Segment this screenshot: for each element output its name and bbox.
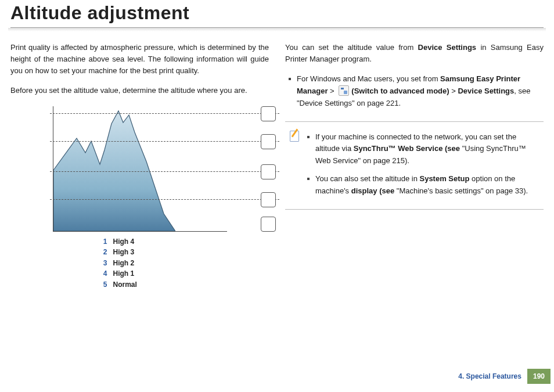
legend-label: High 4 [113,236,135,247]
altitude-diagram: 1 High 4 2 High 3 3 High 2 4 High 1 5 [53,106,227,290]
legend-number: 5 [99,279,107,290]
mountain-icon [53,106,175,231]
text-bold: Device Settings [458,87,514,95]
footer-chapter: 4. Special Features [452,369,527,384]
note-item: You can also set the altitude in System … [307,173,540,197]
app-mode-icon [339,85,349,96]
left-column: Print quality is affected by atmospheric… [10,42,269,296]
title-divider-shadow [8,28,546,31]
level-line-3 [50,171,279,172]
text: You can also set the altitude in [315,174,419,183]
level-box-4 [261,192,276,207]
level-box-3 [261,164,276,179]
footer-page-number: 190 [527,369,551,384]
legend-label: High 3 [113,247,135,258]
intro-paragraph-2: Before you set the altitude value, deter… [10,85,269,96]
level-line-4 [50,199,279,200]
bullet-text: For Windows and Mac users, you set from … [297,73,544,109]
text: > [328,87,336,95]
level-line-2 [50,141,279,142]
note-box: If your machine is connected to the netw… [285,121,544,210]
legend-label: Normal [113,279,137,290]
note-icon [289,129,301,142]
page-footer: 4. Special Features 190 [452,369,551,384]
right-column: You can set the altitude value from Devi… [285,42,544,296]
legend-label: High 1 [113,268,135,279]
intro-paragraph-1: Print quality is affected by atmospheric… [10,42,269,77]
legend-row: 5 Normal [99,279,181,290]
right-intro: You can set the altitude value from Devi… [285,42,544,65]
text: You can set the altitude value from [285,43,418,52]
text-bold: Device Settings [418,43,477,52]
page-title: Altitude adjustment [10,2,544,28]
text-bold: System Setup [419,174,469,183]
legend-row: 4 High 1 [99,268,181,279]
legend-label: High 2 [113,258,135,269]
text-bold: SyncThru™ Web Service (see [354,144,462,153]
bullet-icon [307,136,310,138]
note-text: If your machine is connected to the netw… [315,131,540,167]
text: > [449,87,458,95]
diagram-legend: 1 High 4 2 High 3 3 High 2 4 High 1 5 [99,236,181,290]
level-line-1 [50,113,279,114]
note-list: If your machine is connected to the netw… [307,128,544,203]
text-bold: (Switch to advanced mode) [351,87,449,95]
legend-number: 4 [99,268,107,279]
legend-number: 3 [99,258,107,269]
legend-number: 2 [99,247,107,258]
legend-row: 2 High 3 [99,247,181,258]
text-bold: display (see [351,186,397,195]
bullet-icon [307,178,310,180]
text: For Windows and Mac users, you set from [297,74,440,83]
level-box-2 [261,134,276,149]
text: "Machine's basic settings" on page 33). [397,186,528,195]
legend-row: 1 High 4 [99,236,181,247]
legend-number: 1 [99,236,107,247]
level-box-5 [261,217,276,232]
bullet-item: For Windows and Mac users, you set from … [289,73,544,109]
bullet-icon [289,78,291,80]
diagram-frame [53,106,227,232]
note-item: If your machine is connected to the netw… [307,131,540,167]
legend-row: 3 High 2 [99,258,181,269]
level-box-1 [261,106,276,121]
note-text: You can also set the altitude in System … [315,173,540,197]
